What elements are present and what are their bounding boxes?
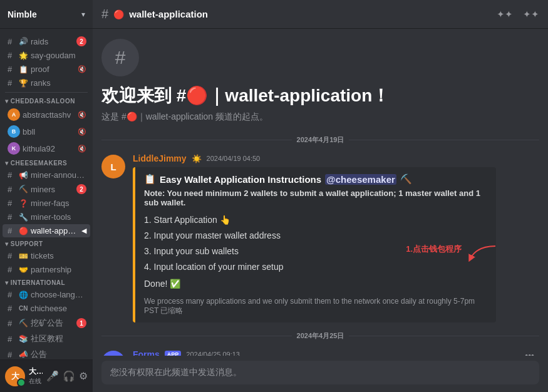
timestamp: 2024/04/19 04:50 bbox=[207, 155, 261, 162]
headphones-icon[interactable]: 🎧 bbox=[63, 370, 75, 382]
channel-item-ranks[interactable]: # 🏆 ranks bbox=[3, 76, 90, 90]
step-2: 2. Input your master wallet address bbox=[144, 228, 487, 244]
avatar: 大 bbox=[5, 366, 25, 386]
message-header-2: Forms APP 2024/04/25 09:13 bbox=[133, 349, 539, 356]
user-status: 在线 bbox=[29, 377, 43, 386]
embed-footer: We process many applications and we only… bbox=[144, 297, 487, 316]
app-badge: APP bbox=[165, 351, 182, 356]
hash-icon: # bbox=[8, 64, 16, 74]
avatar: K bbox=[8, 142, 20, 155]
hash-icon: # bbox=[8, 170, 16, 180]
channel-header-emoji: 🔴 bbox=[113, 9, 124, 19]
hash-icon: # bbox=[8, 226, 16, 235]
message-actions[interactable]: ••• bbox=[525, 351, 534, 356]
message-content: LiddleJimmy ☀️ 2024/04/19 04:50 📋 Easy W… bbox=[133, 153, 539, 322]
channel-item-miner-tools[interactable]: # 🔧 miner-tools bbox=[3, 210, 90, 224]
channel-item-miner-announce[interactable]: # 📢 miner-announc... bbox=[3, 168, 90, 182]
hash-icon: # bbox=[8, 334, 16, 344]
welcome-icon: # bbox=[101, 39, 139, 76]
channel-header: # 🔴 wallet-application ✦✦ ✦✦ bbox=[93, 0, 548, 29]
date-divider-first: 2024年4月19日 bbox=[101, 135, 539, 145]
embed-note: Note: You need minimum 2 wallets to subm… bbox=[144, 188, 487, 207]
hash-icon: # bbox=[8, 265, 16, 274]
embed-steps: 1. Start Application 👆 2. Input your mas… bbox=[144, 212, 487, 293]
hash-icon: # bbox=[8, 51, 16, 60]
hash-icon: # bbox=[8, 185, 16, 194]
category-support[interactable]: ▾ SUPPORT bbox=[0, 238, 93, 249]
channel-item-miner-faqs[interactable]: # ❓ miner-faqs bbox=[3, 197, 90, 210]
channel-item-tickets[interactable]: # 🎫 tickets bbox=[3, 249, 90, 262]
step-3: 3. Input your sub wallets bbox=[144, 244, 487, 259]
server-name: Nimble bbox=[8, 9, 37, 19]
user-bar-icons: 🎤 🎧 ⚙ bbox=[46, 370, 88, 382]
message-content-2: Forms APP 2024/04/25 09:13 Fillout Appli… bbox=[133, 349, 539, 356]
separator bbox=[5, 92, 88, 93]
user-info: 大臂哥丨... 在线 bbox=[29, 366, 43, 386]
channels-list: # 🔊 raids 2 # 🌟 say-goudam # 📋 proof 🔇 #… bbox=[0, 29, 93, 359]
embed-title: 📋 Easy Wallet Application Instructions @… bbox=[144, 173, 487, 185]
channel-item-raids[interactable]: # 🔊 raids 2 bbox=[3, 34, 90, 48]
message-1: L LiddleJimmy ☀️ 2024/04/19 04:50 📋 Easy… bbox=[101, 152, 539, 324]
step-1: 1. Start Application 👆 bbox=[144, 212, 487, 228]
channel-item-proof[interactable]: # 📋 proof 🔇 bbox=[3, 63, 90, 76]
message-author-2: Forms bbox=[133, 349, 160, 356]
category-cheddar-saloon[interactable]: ▾ CHEDDAR-SALOON bbox=[0, 95, 93, 106]
header-actions: ✦✦ ✦✦ bbox=[497, 9, 539, 20]
sidebar-item-bbll[interactable]: B bbll 🔇 bbox=[3, 123, 90, 140]
channel-item-community-tutorial[interactable]: # 📚 社区教程 bbox=[3, 331, 90, 346]
channel-item-say-goudam[interactable]: # 🌟 say-goudam bbox=[3, 49, 90, 62]
server-header[interactable]: Nimble ▾ bbox=[0, 0, 93, 29]
messages-area: # 欢迎来到 #🔴｜wallet-application！ 这是 #🔴｜wall… bbox=[93, 29, 548, 356]
category-international[interactable]: ▾ INTERNATIONAL bbox=[0, 277, 93, 287]
message-wrapper-1: L LiddleJimmy ☀️ 2024/04/19 04:50 📋 Easy… bbox=[101, 152, 539, 324]
inbox-icon[interactable]: ✦✦ bbox=[523, 9, 539, 20]
message-header: LiddleJimmy ☀️ 2024/04/19 04:50 bbox=[133, 153, 539, 163]
hash-icon: # bbox=[8, 304, 16, 313]
channel-item-choose-language[interactable]: # 🌐 choose-language bbox=[3, 288, 90, 301]
avatar: F bbox=[101, 351, 125, 356]
mic-icon[interactable]: 🎤 bbox=[46, 370, 59, 382]
username: 大臂哥丨... bbox=[29, 366, 43, 377]
channel-item-chicheese[interactable]: # CN chicheese bbox=[3, 302, 90, 315]
hash-icon: # bbox=[8, 199, 16, 208]
hash-icon: # bbox=[8, 78, 16, 88]
sidebar: Nimble ▾ # 🔊 raids 2 # 🌟 say-goudam # 📋 … bbox=[0, 0, 93, 392]
step-4: 4. Input location of your miner setup bbox=[144, 259, 487, 275]
hash-icon: # bbox=[8, 251, 16, 260]
message-author: LiddleJimmy bbox=[133, 153, 187, 163]
mute-icon: 🔇 bbox=[78, 145, 86, 153]
avatar: L bbox=[101, 155, 125, 178]
category-cheesemakers[interactable]: ▾ CHEESEMAKERS bbox=[0, 157, 93, 168]
channel-item-partnership[interactable]: # 🤝 partnership bbox=[3, 263, 90, 276]
main-content: # 🔴 wallet-application ✦✦ ✦✦ # 欢迎来到 #🔴｜w… bbox=[93, 0, 548, 392]
settings-icon[interactable]: ⚙ bbox=[79, 370, 88, 382]
channel-welcome: # 欢迎来到 #🔴｜wallet-application！ 这是 #🔴｜wall… bbox=[101, 39, 539, 123]
mute-icon: 🔇 bbox=[78, 111, 86, 119]
chat-input: 您没有权限在此频道中发送消息。 bbox=[101, 361, 539, 384]
hash-icon: # bbox=[8, 37, 16, 46]
channel-item-wallet-application[interactable]: # 🔴 wallet-applicati... ◀ bbox=[3, 224, 90, 237]
message-embed: 📋 Easy Wallet Application Instructions @… bbox=[133, 167, 496, 322]
welcome-title: 欢迎来到 #🔴｜wallet-application！ bbox=[101, 84, 390, 108]
sidebar-item-kithula92[interactable]: K kithula92 🔇 bbox=[3, 140, 90, 157]
avatar: B bbox=[8, 125, 20, 138]
message-wrapper-2: F Forms APP 2024/04/25 09:13 Fillout App… bbox=[101, 348, 539, 356]
threads-icon[interactable]: ✦✦ bbox=[497, 9, 513, 20]
date-text: 2024年4月19日 bbox=[297, 135, 344, 145]
avatar: A bbox=[8, 108, 20, 121]
arrow-right-icon: ◀ bbox=[81, 227, 86, 235]
channel-item-mining-announce[interactable]: # ⛏️ 挖矿公告 1 bbox=[3, 316, 90, 331]
timestamp-2: 2024/04/25 09:13 bbox=[186, 351, 240, 356]
hash-icon: # bbox=[8, 350, 16, 359]
hash-icon: # bbox=[8, 212, 16, 222]
message-2: F Forms APP 2024/04/25 09:13 Fillout App… bbox=[101, 348, 539, 356]
user-bar: 大 大臂哥丨... 在线 🎤 🎧 ⚙ bbox=[0, 359, 93, 392]
channel-item-miners[interactable]: # ⛏️ miners 2 bbox=[3, 182, 90, 196]
mute-icon: 🔇 bbox=[78, 128, 86, 136]
channel-header-name: wallet-application bbox=[129, 9, 208, 19]
channel-item-announcement[interactable]: # 📣 公告 bbox=[3, 347, 90, 359]
sidebar-item-abstracttashv[interactable]: A abstracttashv 🔇 bbox=[3, 106, 90, 123]
chat-input-bar: 您没有权限在此频道中发送消息。 bbox=[93, 356, 548, 392]
author-emoji: ☀️ bbox=[192, 154, 202, 163]
hash-icon: # bbox=[8, 319, 16, 328]
